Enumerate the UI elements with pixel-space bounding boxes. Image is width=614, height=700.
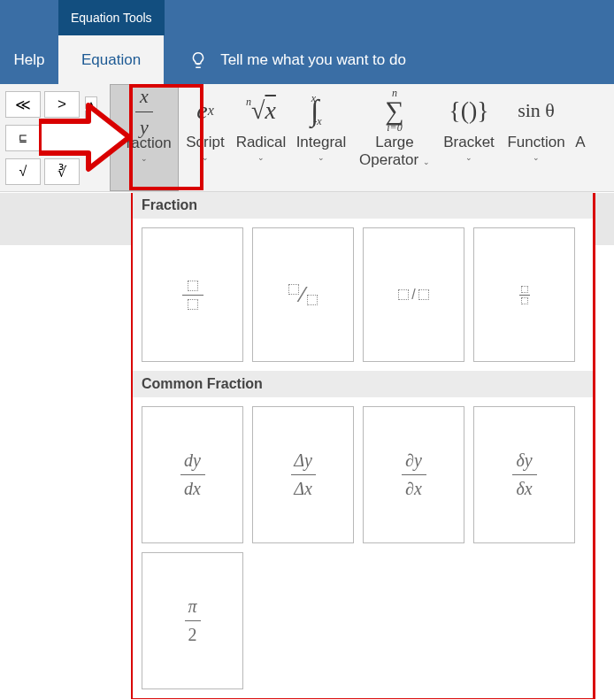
symbols-scroll-up[interactable]: ▴ (85, 96, 97, 109)
placeholder-icon (307, 295, 318, 305)
title-tab-band: Equation Tools (0, 0, 614, 35)
bracket-icon: {()} (449, 89, 489, 132)
tab-row: Help Equation Tell me what you want to d… (0, 35, 614, 84)
placeholder-icon (398, 289, 409, 300)
tell-me-search[interactable]: Tell me what you want to do (164, 35, 406, 84)
caret-icon: ⌄ (318, 153, 325, 162)
fraction-skewed[interactable]: ⁄ (252, 227, 354, 362)
tell-me-label: Tell me what you want to do (220, 51, 406, 69)
function-label: Function (507, 134, 564, 151)
placeholder-icon (188, 281, 198, 291)
fraction-icon: x y (135, 90, 153, 133)
gallery-header-common: Common Fraction (133, 371, 593, 397)
symbols-scroll-down[interactable]: ▾ (85, 111, 97, 123)
integral-label: Integral (296, 134, 347, 151)
fraction-pi-over-2[interactable]: π 2 (142, 552, 243, 689)
script-label: Script (186, 134, 224, 151)
contextual-tab-equation-tools[interactable]: Equation Tools (58, 0, 165, 35)
fraction-linear[interactable]: / (363, 227, 464, 362)
symbol-lessequal-button[interactable]: ⊑ (5, 125, 41, 151)
symbol-cuberoot-button[interactable]: ∛ (44, 158, 80, 185)
placeholder-icon (521, 286, 528, 293)
ribbon-structures: ≪ > ⊑ ⊒ √ ∛ ▴ ▾ ▾ x y Fraction (0, 84, 614, 192)
fraction-gallery: Fraction ⁄ / (133, 192, 593, 698)
placeholder-icon (288, 284, 299, 295)
caret-icon: ⌄ (465, 153, 472, 162)
symbol-muchless-button[interactable]: ≪ (5, 91, 41, 118)
integral-button[interactable]: ∫-xx Integral ⌄ (290, 84, 352, 191)
caret-icon: ⌄ (257, 153, 265, 162)
script-button[interactable]: ex Script ⌄ (179, 84, 232, 191)
radical-icon: n√x (246, 89, 276, 132)
placeholder-icon (521, 297, 528, 304)
caret-icon: ⌄ (533, 153, 540, 162)
gallery-row-common: dy dx Δy Δx ∂y ∂x δy δx (133, 397, 593, 698)
bracket-button[interactable]: {()} Bracket ⌄ (437, 84, 501, 191)
symbol-equivless-button[interactable]: ⊒ (44, 125, 80, 151)
bracket-label: Bracket (443, 134, 495, 151)
function-icon: sin θ (518, 89, 555, 132)
tab-equation[interactable]: Equation (58, 35, 164, 84)
fraction-delta-y-delta-x[interactable]: δy δx (473, 406, 575, 543)
structures-buttons: x y Fraction ⌄ ex Script ⌄ n√x Radical ⌄… (110, 84, 589, 191)
symbol-greater-button[interactable]: > (44, 91, 80, 118)
symbols-more[interactable]: ▾ (85, 125, 97, 137)
tab-help[interactable]: Help (0, 35, 58, 84)
placeholder-icon (418, 289, 429, 300)
caret-icon: ⌄ (141, 154, 148, 163)
fraction-stacked[interactable] (142, 227, 243, 362)
accent-button-partial[interactable]: A (572, 84, 589, 191)
caret-icon: ⌄ (202, 153, 209, 162)
spacer (0, 0, 58, 35)
symbols-mini-group: ≪ > ⊑ ⊒ √ ∛ ▴ ▾ ▾ (0, 84, 110, 191)
large-operator-icon: n ∑ i=0 (385, 89, 403, 132)
fraction-dy-dx[interactable]: dy dx (142, 406, 243, 543)
fraction-button[interactable]: x y Fraction ⌄ (110, 84, 179, 191)
lightbulb-icon (188, 50, 208, 70)
accent-label: A (575, 134, 585, 151)
large-operator-button[interactable]: n ∑ i=0 LargeOperator ⌄ (352, 84, 437, 191)
placeholder-icon (188, 299, 198, 310)
fraction-Delta-y-Delta-x[interactable]: Δy Δx (252, 406, 354, 543)
fraction-label: Fraction (117, 135, 171, 152)
large-operator-label: LargeOperator ⌄ (359, 134, 430, 168)
gallery-header-fraction: Fraction (133, 192, 593, 219)
fraction-partial-y-partial-x[interactable]: ∂y ∂x (363, 406, 464, 543)
integral-icon: ∫-xx (311, 89, 332, 132)
symbol-sqrt-button[interactable]: √ (5, 158, 41, 185)
fraction-small[interactable] (473, 227, 575, 362)
radical-label: Radical (236, 134, 287, 151)
script-icon: ex (196, 89, 214, 132)
function-button[interactable]: sin θ Function ⌄ (501, 84, 572, 191)
gallery-row-fraction: ⁄ / (133, 219, 593, 371)
radical-button[interactable]: n√x Radical ⌄ (232, 84, 290, 191)
